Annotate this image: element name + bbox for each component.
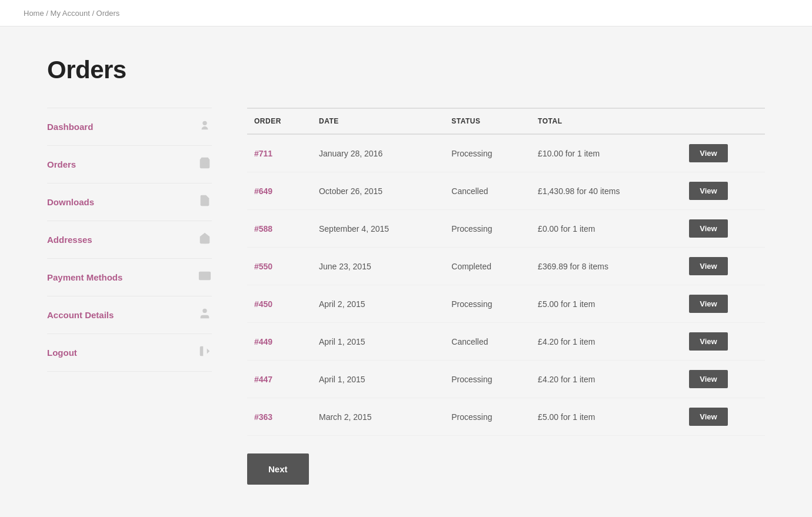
order-number: #447 [247, 361, 312, 398]
order-status: Processing [444, 134, 531, 172]
sidebar-item-account-details[interactable]: Account Details [47, 296, 212, 334]
order-status: Processing [444, 361, 531, 398]
order-number: #449 [247, 323, 312, 361]
table-row: #450April 2, 2015Processing£5.00 for 1 i… [247, 285, 765, 323]
order-action: View [682, 285, 765, 323]
sidebar-label-account: Account Details [47, 310, 114, 320]
main-content: Orders Dashboard Orders [24, 26, 788, 517]
view-button[interactable]: View [689, 370, 727, 388]
layout: Dashboard Orders Downloads [47, 108, 765, 485]
order-number: #711 [247, 134, 312, 172]
order-action: View [682, 172, 765, 210]
order-status: Cancelled [444, 172, 531, 210]
order-total: £4.20 for 1 item [531, 323, 682, 361]
order-total: £0.00 for 1 item [531, 210, 682, 248]
order-total: £5.00 for 1 item [531, 285, 682, 323]
order-total: £1,430.98 for 40 items [531, 172, 682, 210]
dashboard-icon [198, 119, 212, 135]
breadcrumb: Home / My Account / Orders [24, 9, 119, 18]
order-link[interactable]: #550 [254, 262, 272, 271]
sidebar-item-addresses[interactable]: Addresses [47, 221, 212, 259]
order-action: View [682, 134, 765, 172]
order-number: #363 [247, 398, 312, 436]
order-date: April 1, 2015 [312, 361, 444, 398]
sidebar-label-logout: Logout [47, 348, 77, 358]
table-row: #649October 26, 2015Cancelled£1,430.98 f… [247, 172, 765, 210]
page-title: Orders [47, 56, 765, 84]
breadcrumb-sep1: / [46, 9, 50, 18]
logout-icon [198, 345, 212, 361]
sidebar-item-logout[interactable]: Logout [47, 334, 212, 372]
order-date: April 1, 2015 [312, 323, 444, 361]
view-button[interactable]: View [689, 295, 727, 313]
order-status: Cancelled [444, 323, 531, 361]
view-button[interactable]: View [689, 408, 727, 426]
order-action: View [682, 398, 765, 436]
order-action: View [682, 361, 765, 398]
sidebar-label-downloads: Downloads [47, 197, 94, 207]
orders-icon [198, 156, 212, 172]
order-status: Completed [444, 248, 531, 285]
table-row: #588September 4, 2015Processing£0.00 for… [247, 210, 765, 248]
view-button[interactable]: View [689, 332, 727, 351]
order-link[interactable]: #588 [254, 224, 272, 234]
sidebar-label-dashboard: Dashboard [47, 122, 93, 132]
order-date: September 4, 2015 [312, 210, 444, 248]
col-action [682, 108, 765, 134]
svg-rect-3 [199, 272, 211, 281]
order-number: #649 [247, 172, 312, 210]
col-order: ORDER [247, 108, 312, 134]
order-date: October 26, 2015 [312, 172, 444, 210]
order-action: View [682, 248, 765, 285]
order-link[interactable]: #711 [254, 149, 272, 158]
svg-point-0 [202, 121, 207, 125]
order-date: January 28, 2016 [312, 134, 444, 172]
order-link[interactable]: #449 [254, 337, 272, 346]
table-row: #363March 2, 2015Processing£5.00 for 1 i… [247, 398, 765, 436]
order-link[interactable]: #649 [254, 186, 272, 196]
breadcrumb-bar: Home / My Account / Orders [0, 0, 812, 26]
sidebar-item-dashboard[interactable]: Dashboard [47, 108, 212, 146]
order-number: #450 [247, 285, 312, 323]
downloads-icon [198, 194, 212, 210]
view-button[interactable]: View [689, 144, 727, 162]
orders-table: ORDER DATE STATUS TOTAL #711January 28, … [247, 108, 765, 436]
view-button[interactable]: View [689, 182, 727, 200]
table-row: #711January 28, 2016Processing£10.00 for… [247, 134, 765, 172]
view-button[interactable]: View [689, 219, 727, 238]
sidebar-item-downloads[interactable]: Downloads [47, 184, 212, 221]
order-date: April 2, 2015 [312, 285, 444, 323]
account-icon [198, 307, 212, 323]
order-action: View [682, 210, 765, 248]
col-total: TOTAL [531, 108, 682, 134]
order-link[interactable]: #363 [254, 412, 272, 422]
payment-icon [198, 269, 212, 285]
col-status: STATUS [444, 108, 531, 134]
order-total: £4.20 for 1 item [531, 361, 682, 398]
addresses-icon [198, 232, 212, 248]
order-status: Processing [444, 285, 531, 323]
order-total: £369.89 for 8 items [531, 248, 682, 285]
sidebar-item-orders[interactable]: Orders [47, 146, 212, 184]
sidebar-label-orders: Orders [47, 159, 76, 169]
order-status: Processing [444, 210, 531, 248]
table-row: #449April 1, 2015Cancelled£4.20 for 1 it… [247, 323, 765, 361]
table-row: #550June 23, 2015Completed£369.89 for 8 … [247, 248, 765, 285]
sidebar-item-payment-methods[interactable]: Payment Methods [47, 259, 212, 296]
view-button[interactable]: View [689, 257, 727, 275]
breadcrumb-current: Orders [96, 9, 120, 18]
next-button[interactable]: Next [247, 453, 309, 485]
sidebar-label-addresses: Addresses [47, 235, 92, 245]
breadcrumb-myaccount[interactable]: My Account [51, 9, 90, 18]
table-row: #447April 1, 2015Processing£4.20 for 1 i… [247, 361, 765, 398]
breadcrumb-home[interactable]: Home [24, 9, 44, 18]
order-status: Processing [444, 398, 531, 436]
order-number: #588 [247, 210, 312, 248]
content-area: ORDER DATE STATUS TOTAL #711January 28, … [247, 108, 765, 485]
sidebar: Dashboard Orders Downloads [47, 108, 212, 485]
svg-point-5 [202, 309, 207, 313]
order-total: £10.00 for 1 item [531, 134, 682, 172]
order-link[interactable]: #450 [254, 299, 272, 309]
order-total: £5.00 for 1 item [531, 398, 682, 436]
order-link[interactable]: #447 [254, 375, 272, 384]
